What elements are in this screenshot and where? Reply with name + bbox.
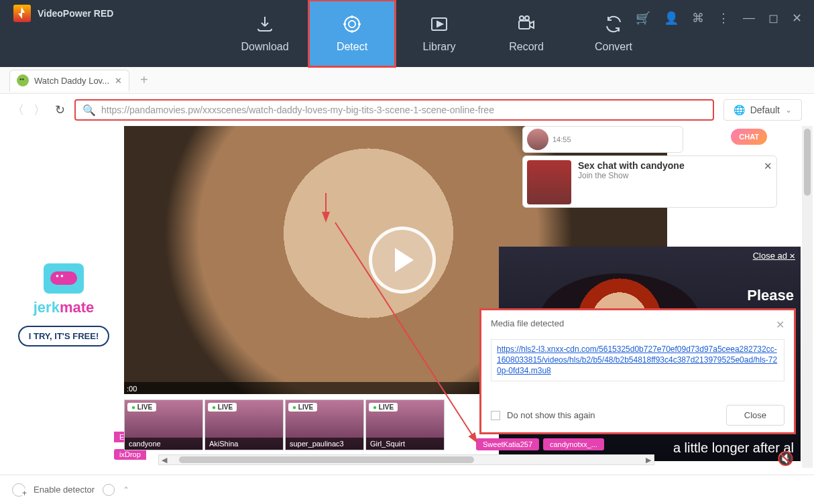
language-label: Default — [750, 105, 780, 115]
detector-icon[interactable] — [12, 483, 25, 497]
close-icon[interactable]: ✕ — [792, 11, 802, 25]
ad-subtitle: Join the Show — [578, 171, 757, 180]
live-badge: LIVE — [127, 403, 156, 412]
svg-point-1 — [349, 21, 355, 27]
nav-label: Library — [423, 41, 456, 53]
forward-button[interactable]: 〉 — [34, 102, 46, 118]
library-icon — [429, 14, 449, 34]
nav-tab-detect[interactable]: Detect — [308, 0, 396, 67]
ad-close-icon[interactable]: ✕ — [764, 160, 772, 203]
nav-tabs: Download Detect Library Record Convert — [221, 0, 657, 67]
detected-url-link[interactable]: https://hls2-l3.xnxx-cdn.com/5615325d0b7… — [491, 339, 784, 381]
nav-tab-library[interactable]: Library — [396, 0, 483, 67]
nav-tab-record[interactable]: Record — [483, 0, 570, 67]
language-select[interactable]: 🌐 Default ⌄ — [723, 99, 802, 121]
scrollbar-thumb[interactable] — [804, 129, 811, 196]
search-icon: 🔍 — [82, 104, 96, 117]
chat-badge[interactable]: CHAT — [731, 129, 767, 145]
ad-thumbnail — [527, 160, 571, 204]
url-bar[interactable]: 🔍 — [74, 99, 714, 121]
new-tab-button[interactable]: + — [135, 72, 154, 88]
live-cam-card[interactable]: LIVEGirl_Squirt — [365, 399, 445, 450]
checkbox-label: Do not show this again — [507, 410, 595, 420]
back-button[interactable]: 〈 — [12, 102, 24, 118]
titlebar: VideoPower RED Download Detect Library R… — [0, 0, 814, 67]
grid-icon[interactable]: ⌘ — [692, 11, 704, 25]
avatar-icon — [527, 129, 548, 150]
dialog-close-button[interactable]: Close — [726, 405, 784, 426]
scroll-left-icon[interactable]: ◀ — [162, 456, 167, 464]
globe-icon: 🌐 — [734, 105, 745, 115]
promo-cta-button[interactable]: I TRY, IT'S FREE! — [18, 326, 109, 346]
ad-card-small[interactable]: 14:55 — [522, 126, 683, 153]
maximize-icon[interactable]: ◻ — [768, 11, 778, 25]
live-name: candyone — [125, 438, 202, 450]
horizontal-scrollbar[interactable]: ◀ ▶ — [158, 454, 654, 465]
ad-headline: Please — [747, 287, 794, 304]
enable-detector-label[interactable]: Enable detector — [34, 485, 95, 495]
live-cam-strip: LIVEcandyoneLIVEAkiShinaLIVEsuper_paulin… — [124, 399, 445, 450]
tab-title: Watch Daddy Lov... — [34, 76, 109, 86]
live-name: super_paulinac3 — [286, 438, 363, 450]
source-label-2[interactable]: ixDrop — [114, 449, 146, 460]
browser-toolbar: 〈 〉 ↻ 🔍 🌐 Default ⌄ — [0, 94, 814, 126]
chevron-up-icon[interactable]: ⌃ — [123, 485, 129, 495]
statusbar: Enable detector ⌃ — [0, 475, 814, 504]
play-button[interactable] — [369, 227, 436, 294]
live-badge: LIVE — [208, 403, 237, 412]
tag-strip: SweetKatia257candynotxx_... — [476, 438, 604, 450]
app-title: VideoPower RED — [38, 8, 113, 19]
record-icon — [516, 14, 536, 34]
live-badge: LIVE — [369, 403, 398, 412]
nav-tab-download[interactable]: Download — [221, 0, 308, 67]
convert-icon — [603, 14, 624, 34]
video-time: :00 — [127, 385, 137, 393]
dialog-close-icon[interactable]: ✕ — [776, 318, 784, 331]
live-cam-card[interactable]: LIVEAkiShina — [205, 399, 284, 450]
live-cam-card[interactable]: LIVEsuper_paulinac3 — [285, 399, 364, 450]
promo-logo-icon — [44, 263, 84, 294]
media-detected-dialog: Media file detected ✕ https://hls2-l3.xn… — [479, 308, 796, 434]
vertical-scrollbar[interactable] — [802, 126, 813, 468]
live-tag[interactable]: candynotxx_... — [543, 438, 604, 450]
live-cam-card[interactable]: LIVEcandyone — [124, 399, 203, 450]
ad-caption: a little longer after al — [673, 440, 794, 456]
minimize-icon[interactable]: — — [743, 11, 755, 25]
nav-tab-convert[interactable]: Convert — [570, 0, 657, 67]
nav-label: Record — [509, 41, 544, 53]
close-ad-button[interactable]: Close ad — [753, 251, 795, 261]
window-controls: 🛒 👤 ⌘ ⋮ — ◻ ✕ — [636, 11, 802, 25]
dont-show-checkbox[interactable]: Do not show this again — [491, 410, 595, 420]
app-brand: VideoPower RED — [0, 0, 113, 27]
user-icon[interactable]: 👤 — [664, 11, 679, 25]
tab-close-icon[interactable]: ✕ — [115, 76, 122, 86]
live-tag[interactable]: SweetKatia257 — [476, 438, 539, 450]
ad-card-large[interactable]: Sex chat with candyone Join the Show ✕ — [522, 155, 777, 208]
nav-label: Detect — [337, 41, 367, 53]
svg-rect-3 — [519, 21, 530, 29]
nav-label: Download — [241, 41, 288, 53]
chevron-down-icon: ⌄ — [785, 105, 792, 115]
ad-timestamp: 14:55 — [553, 135, 571, 143]
reload-button[interactable]: ↻ — [55, 103, 65, 117]
live-name: AkiShina — [205, 438, 283, 450]
live-badge: LIVE — [288, 403, 317, 412]
svg-point-5 — [525, 16, 529, 20]
url-input[interactable] — [101, 105, 706, 115]
cart-icon[interactable]: 🛒 — [636, 11, 650, 25]
scroll-right-icon[interactable]: ▶ — [646, 456, 651, 464]
dialog-title: Media file detected — [491, 318, 564, 331]
detect-icon — [342, 14, 362, 34]
ad-title: Sex chat with candyone — [578, 160, 757, 171]
live-name: Girl_Squirt — [366, 438, 444, 450]
download-icon — [255, 14, 275, 34]
browser-tab[interactable]: Watch Daddy Lov... ✕ — [9, 70, 129, 91]
hscroll-thumb[interactable] — [179, 456, 474, 463]
history-icon[interactable] — [103, 484, 115, 496]
more-icon[interactable]: ⋮ — [717, 11, 730, 25]
tab-favicon-icon — [17, 74, 29, 86]
app-logo-icon — [13, 5, 31, 22]
promo-brand: jerkmate — [17, 299, 111, 316]
nav-label: Convert — [595, 41, 632, 53]
mute-icon[interactable]: 🔇 — [777, 450, 794, 466]
